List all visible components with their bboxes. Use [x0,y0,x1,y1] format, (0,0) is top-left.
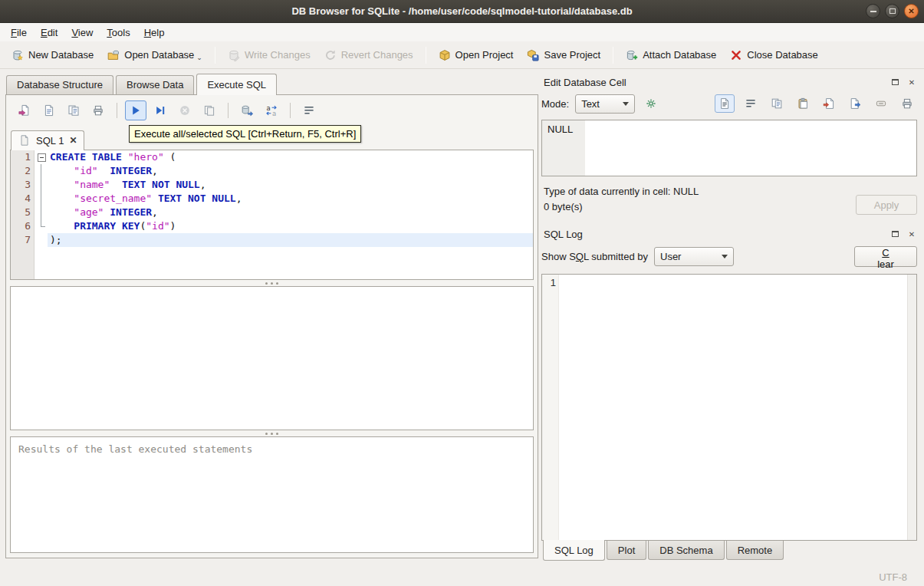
save-project-button[interactable]: Save Project [520,45,607,65]
import-cell-data-icon [823,97,835,110]
line-number: 6 [11,219,35,233]
float-panel-icon[interactable] [889,77,900,87]
float-panel-icon[interactable] [889,229,900,239]
open-project-button[interactable]: Open Project [432,45,521,65]
export-cell-data-button[interactable] [845,94,865,113]
tab-execute-sql[interactable]: Execute SQL [196,74,277,95]
save-sql-file-button[interactable] [38,100,60,120]
paste-cell-icon [797,97,809,110]
filter-value: User [660,251,681,262]
menu-tools[interactable]: Tools [100,25,136,41]
attach-database-button[interactable]: Attach Database [619,45,723,65]
print-cell-icon [901,97,913,110]
toolbar-separator [613,47,613,64]
close-panel-icon[interactable]: ✕ [906,229,917,239]
write-changes-button[interactable]: Write Changes [221,45,317,65]
tooltip: Execute all/selected SQL [Ctrl+Return, F… [129,125,361,143]
fold-marker [35,219,48,233]
editor-line-4: 4 "secret_name" TEXT NOT NULL, [11,192,533,206]
main-tabs: Database StructureBrowse DataExecute SQL [5,74,538,94]
splitter-handle-1[interactable] [10,280,534,286]
filter-select[interactable]: User [654,247,734,266]
line-number: 2 [11,164,35,178]
text-mode-button[interactable] [715,94,735,113]
cell-info-row: Type of data currently in cell: NULL 0 b… [541,184,917,215]
execute-all-button[interactable] [125,100,146,120]
close-database-button[interactable]: Close Database [723,45,825,65]
main-area: Database StructureBrowse DataExecute SQL… [0,69,924,568]
minimize-button[interactable] [866,4,880,18]
execute-current-line-button[interactable] [150,100,171,120]
bottom-tab-plot[interactable]: Plot [607,541,646,560]
edit-cell-header: Edit Database Cell ✕ [541,74,917,91]
menubar: FileEditViewToolsHelp [0,23,924,41]
menu-file[interactable]: File [4,25,34,41]
menu-view[interactable]: View [64,25,100,41]
export-results-button[interactable] [236,100,258,120]
open-database-button[interactable]: Open Database⌄ [100,45,209,65]
open-database-label: Open Database [124,49,194,61]
menu-edit[interactable]: Edit [34,25,64,41]
open-sql-file-button[interactable] [14,100,35,120]
word-wrap-cell-button[interactable] [741,94,761,113]
revert-changes-button[interactable]: Revert Changes [317,45,420,65]
export-cell-data-icon [849,97,861,110]
auto-format-icon[interactable] [641,94,661,113]
fold-marker [35,164,48,178]
apply-button[interactable]: Apply [856,195,917,215]
close-database-label: Close Database [747,49,818,61]
editor-line-1: 1CREATE TABLE "hero" ( [11,150,533,164]
cell-editor[interactable]: NULL [541,120,917,176]
menu-help[interactable]: Help [137,25,172,41]
word-wrap-button[interactable] [298,100,320,120]
code-text: CREATE TABLE "hero" ( [48,150,533,164]
save-sql-file-as-button[interactable] [63,100,84,120]
revert-changes-label: Revert Changes [341,49,413,61]
mode-value: Text [581,98,600,110]
find-replace-button[interactable]: aa [261,100,282,120]
sql-tab[interactable]: SQL 1 ✕ [11,130,84,150]
clear-button[interactable]: Clear [854,246,917,267]
cell-value: NULL [542,120,585,176]
copy-cell-button[interactable] [767,94,787,113]
new-database-button[interactable]: New Database [5,45,100,65]
code-text: "id" INTEGER, [48,164,533,178]
open-project-icon [439,49,451,61]
stop-execution-button[interactable] [174,100,196,120]
sql-log-view[interactable]: 1 [541,274,917,541]
attach-database-icon [626,49,638,61]
print-sql-button[interactable] [87,100,109,120]
line-number: 1 [11,150,35,164]
titlebar[interactable]: DB Browser for SQLite - /home/user/code/… [0,0,924,23]
close-panel-icon[interactable]: ✕ [906,77,917,87]
fold-marker[interactable] [35,150,48,164]
set-null-button[interactable] [871,94,891,113]
bottom-tab-sql-log[interactable]: SQL Log [543,540,605,561]
paste-cell-button[interactable] [793,94,813,113]
dropdown-caret-icon[interactable]: ⌄ [196,54,202,61]
bottom-tab-db-schema[interactable]: DB Schema [648,541,724,560]
cell-size-info: 0 byte(s) [544,199,699,215]
save-project-label: Save Project [544,49,600,61]
close-window-button[interactable]: ✕ [904,4,919,18]
toolbar-separator [215,47,215,64]
sql-editor-lines: 1CREATE TABLE "hero" (2 "id" INTEGER,3 "… [11,150,533,247]
close-database-icon [730,49,742,61]
sql-tab-close-icon[interactable]: ✕ [69,136,77,145]
print-cell-button[interactable] [897,94,917,113]
sql-log-header-icons: ✕ [889,229,917,239]
sql-tab-icon [18,134,31,146]
tab-database-structure[interactable]: Database Structure [6,75,113,94]
editor-line-6: 6 PRIMARY KEY("id") [11,219,533,233]
right-panel: Edit Database Cell ✕ Mode: Text NULL [538,74,924,568]
sql-editor[interactable]: 1CREATE TABLE "hero" (2 "id" INTEGER,3 "… [10,150,534,280]
splitter-handle-2[interactable] [10,430,534,436]
tab-browse-data[interactable]: Browse Data [116,75,194,94]
mode-select[interactable]: Text [575,94,635,114]
export-results-icon [241,104,253,117]
import-cell-data-button[interactable] [819,94,839,113]
log-scrollbar[interactable] [907,275,916,540]
bottom-tab-remote[interactable]: Remote [726,541,784,560]
maximize-button[interactable] [885,4,899,18]
save-results-view-button[interactable] [199,100,220,120]
